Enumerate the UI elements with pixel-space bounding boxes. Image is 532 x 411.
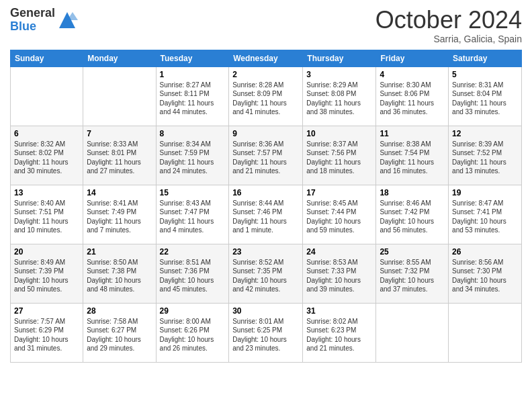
calendar-cell: 22Sunrise: 8:51 AM Sunset: 7:36 PM Dayli…: [156, 244, 229, 303]
day-number: 7: [87, 129, 152, 138]
calendar-cell: 25Sunrise: 8:55 AM Sunset: 7:32 PM Dayli…: [376, 244, 449, 303]
calendar-cell: 20Sunrise: 8:49 AM Sunset: 7:39 PM Dayli…: [11, 244, 83, 303]
calendar-week-row: 13Sunrise: 8:40 AM Sunset: 7:51 PM Dayli…: [11, 185, 522, 244]
calendar-header-row: SundayMondayTuesdayWednesdayThursdayFrid…: [11, 50, 522, 66]
day-header-thursday: Thursday: [303, 50, 376, 66]
day-number: 17: [306, 188, 372, 197]
month-title: October 2024: [375, 7, 522, 34]
calendar-cell: 3Sunrise: 8:29 AM Sunset: 8:08 PM Daylig…: [303, 66, 376, 126]
day-info: Sunrise: 8:52 AM Sunset: 7:35 PM Dayligh…: [232, 258, 299, 294]
calendar-cell: 16Sunrise: 8:44 AM Sunset: 7:46 PM Dayli…: [229, 185, 303, 244]
day-number: 26: [452, 247, 518, 257]
day-number: 27: [14, 306, 79, 316]
calendar-week-row: 20Sunrise: 8:49 AM Sunset: 7:39 PM Dayli…: [11, 244, 522, 303]
calendar-cell: 27Sunrise: 7:57 AM Sunset: 6:29 PM Dayli…: [11, 303, 83, 362]
calendar-cell: 24Sunrise: 8:53 AM Sunset: 7:33 PM Dayli…: [303, 244, 376, 303]
day-number: 1: [160, 70, 226, 79]
calendar-cell: 12Sunrise: 8:39 AM Sunset: 7:52 PM Dayli…: [449, 126, 522, 185]
calendar-cell: 17Sunrise: 8:45 AM Sunset: 7:44 PM Dayli…: [303, 185, 376, 244]
day-number: 8: [160, 129, 226, 138]
calendar-cell: 28Sunrise: 7:58 AM Sunset: 6:27 PM Dayli…: [83, 303, 156, 362]
day-info: Sunrise: 8:51 AM Sunset: 7:36 PM Dayligh…: [160, 258, 226, 294]
day-number: 29: [160, 306, 226, 316]
logo-general: General: [10, 7, 55, 20]
day-number: 28: [87, 306, 152, 316]
day-number: 15: [160, 188, 226, 197]
day-number: 3: [306, 70, 372, 79]
day-info: Sunrise: 8:38 AM Sunset: 7:54 PM Dayligh…: [380, 140, 445, 176]
day-header-sunday: Sunday: [11, 50, 83, 66]
calendar-cell: 2Sunrise: 8:28 AM Sunset: 8:09 PM Daylig…: [229, 66, 303, 126]
calendar-cell: [83, 66, 156, 126]
day-number: 19: [452, 188, 518, 197]
logo-icon: [56, 9, 78, 31]
calendar-cell: 26Sunrise: 8:56 AM Sunset: 7:30 PM Dayli…: [449, 244, 522, 303]
day-header-saturday: Saturday: [449, 50, 522, 66]
day-info: Sunrise: 8:27 AM Sunset: 8:11 PM Dayligh…: [160, 81, 226, 117]
day-number: 21: [87, 247, 152, 257]
calendar-cell: 18Sunrise: 8:46 AM Sunset: 7:42 PM Dayli…: [376, 185, 449, 244]
calendar-cell: 6Sunrise: 8:32 AM Sunset: 8:02 PM Daylig…: [11, 126, 83, 185]
day-number: 16: [232, 188, 299, 197]
day-number: 4: [380, 70, 445, 79]
title-section: October 2024 Sarria, Galicia, Spain: [375, 7, 522, 44]
day-info: Sunrise: 8:00 AM Sunset: 6:26 PM Dayligh…: [160, 317, 226, 353]
day-info: Sunrise: 8:40 AM Sunset: 7:51 PM Dayligh…: [14, 199, 79, 235]
day-number: 31: [306, 306, 372, 316]
day-number: 20: [14, 247, 79, 257]
header: General Blue October 2024 Sarria, Galici…: [10, 7, 522, 44]
logo: General Blue: [10, 7, 78, 34]
calendar-cell: 10Sunrise: 8:37 AM Sunset: 7:56 PM Dayli…: [303, 126, 376, 185]
day-info: Sunrise: 8:30 AM Sunset: 8:06 PM Dayligh…: [380, 81, 445, 117]
location-subtitle: Sarria, Galicia, Spain: [375, 34, 522, 44]
day-number: 18: [380, 188, 445, 197]
day-number: 9: [232, 129, 299, 138]
calendar-week-row: 27Sunrise: 7:57 AM Sunset: 6:29 PM Dayli…: [11, 303, 522, 362]
day-info: Sunrise: 8:36 AM Sunset: 7:57 PM Dayligh…: [232, 140, 299, 176]
calendar-cell: 31Sunrise: 8:02 AM Sunset: 6:23 PM Dayli…: [303, 303, 376, 362]
day-number: 2: [232, 70, 299, 79]
calendar-cell: 30Sunrise: 8:01 AM Sunset: 6:25 PM Dayli…: [229, 303, 303, 362]
day-info: Sunrise: 8:53 AM Sunset: 7:33 PM Dayligh…: [306, 258, 372, 294]
day-info: Sunrise: 8:31 AM Sunset: 8:04 PM Dayligh…: [452, 81, 518, 117]
calendar-cell: 23Sunrise: 8:52 AM Sunset: 7:35 PM Dayli…: [229, 244, 303, 303]
day-info: Sunrise: 8:50 AM Sunset: 7:38 PM Dayligh…: [87, 258, 152, 294]
calendar-cell: 8Sunrise: 8:34 AM Sunset: 7:59 PM Daylig…: [156, 126, 229, 185]
calendar-cell: 19Sunrise: 8:47 AM Sunset: 7:41 PM Dayli…: [449, 185, 522, 244]
day-number: 12: [452, 129, 518, 138]
day-info: Sunrise: 8:44 AM Sunset: 7:46 PM Dayligh…: [232, 199, 299, 235]
day-info: Sunrise: 8:46 AM Sunset: 7:42 PM Dayligh…: [380, 199, 445, 235]
calendar-cell: 15Sunrise: 8:43 AM Sunset: 7:47 PM Dayli…: [156, 185, 229, 244]
day-number: 5: [452, 70, 518, 79]
day-info: Sunrise: 8:37 AM Sunset: 7:56 PM Dayligh…: [306, 140, 372, 176]
day-info: Sunrise: 7:58 AM Sunset: 6:27 PM Dayligh…: [87, 317, 152, 353]
calendar-cell: 21Sunrise: 8:50 AM Sunset: 7:38 PM Dayli…: [83, 244, 156, 303]
day-info: Sunrise: 8:33 AM Sunset: 8:01 PM Dayligh…: [87, 140, 152, 176]
day-info: Sunrise: 8:01 AM Sunset: 6:25 PM Dayligh…: [232, 317, 299, 353]
day-info: Sunrise: 8:02 AM Sunset: 6:23 PM Dayligh…: [306, 317, 372, 353]
calendar-cell: [376, 303, 449, 362]
day-header-monday: Monday: [83, 50, 156, 66]
day-info: Sunrise: 8:56 AM Sunset: 7:30 PM Dayligh…: [452, 258, 518, 294]
day-info: Sunrise: 8:29 AM Sunset: 8:08 PM Dayligh…: [306, 81, 372, 117]
page-container: General Blue October 2024 Sarria, Galici…: [0, 0, 532, 369]
calendar-cell: 29Sunrise: 8:00 AM Sunset: 6:26 PM Dayli…: [156, 303, 229, 362]
day-info: Sunrise: 8:34 AM Sunset: 7:59 PM Dayligh…: [160, 140, 226, 176]
day-number: 24: [306, 247, 372, 257]
day-number: 14: [87, 188, 152, 197]
day-number: 10: [306, 129, 372, 138]
day-header-wednesday: Wednesday: [229, 50, 303, 66]
calendar-cell: 14Sunrise: 8:41 AM Sunset: 7:49 PM Dayli…: [83, 185, 156, 244]
day-number: 30: [232, 306, 299, 316]
calendar-cell: 1Sunrise: 8:27 AM Sunset: 8:11 PM Daylig…: [156, 66, 229, 126]
calendar-cell: 11Sunrise: 8:38 AM Sunset: 7:54 PM Dayli…: [376, 126, 449, 185]
day-info: Sunrise: 8:32 AM Sunset: 8:02 PM Dayligh…: [14, 140, 79, 176]
day-info: Sunrise: 8:47 AM Sunset: 7:41 PM Dayligh…: [452, 199, 518, 235]
day-info: Sunrise: 8:45 AM Sunset: 7:44 PM Dayligh…: [306, 199, 372, 235]
day-number: 25: [380, 247, 445, 257]
calendar-cell: 5Sunrise: 8:31 AM Sunset: 8:04 PM Daylig…: [449, 66, 522, 126]
calendar-cell: 13Sunrise: 8:40 AM Sunset: 7:51 PM Dayli…: [11, 185, 83, 244]
day-info: Sunrise: 8:28 AM Sunset: 8:09 PM Dayligh…: [232, 81, 299, 117]
day-info: Sunrise: 7:57 AM Sunset: 6:29 PM Dayligh…: [14, 317, 79, 353]
day-number: 6: [14, 129, 79, 138]
